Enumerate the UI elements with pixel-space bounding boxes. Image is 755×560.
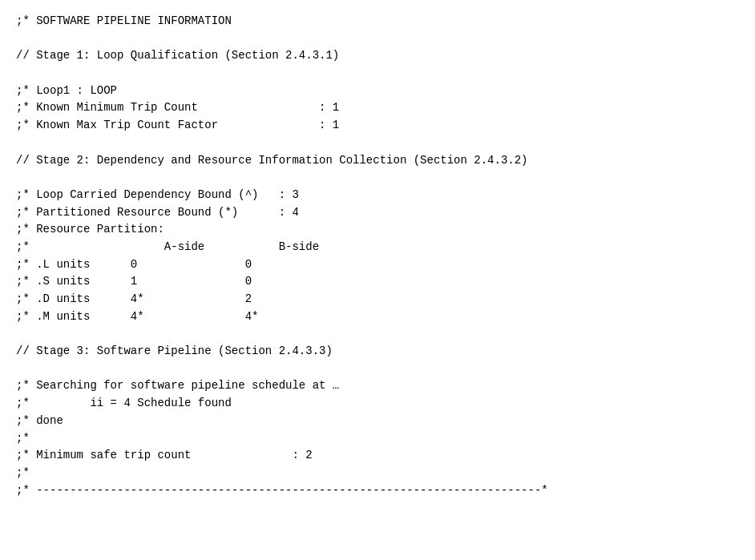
code-line: // Stage 1: Loop Qualification (Section … [16,47,739,65]
code-line: // Stage 3: Software Pipeline (Section 2… [16,343,739,361]
code-line: ;* .M units 4* 4* [16,308,739,326]
code-line: ;* Known Minimum Trip Count : 1 [16,99,739,117]
code-line: // Stage 2: Dependency and Resource Info… [16,152,739,170]
code-line: ;* Minimum safe trip count : 2 [16,447,739,465]
code-line: ;* Loop Carried Dependency Bound (^) : 3 [16,187,739,204]
code-line [16,361,739,378]
code-line: ;* done [16,413,739,430]
code-line: ;* SOFTWARE PIPELINE INFORMATION [16,13,739,30]
code-line: ;* Searching for software pipeline sched… [16,377,739,395]
code-line [16,65,739,83]
code-line: ;* [16,465,739,482]
code-line: ;* Partitioned Resource Bound (*) : 4 [16,204,739,222]
code-line: ;* Loop1 : LOOP [16,83,739,100]
code-line [16,325,739,343]
code-line: ;* Resource Partition: [16,221,739,239]
code-line: ;* [16,430,739,448]
code-line: ;* A-side B-side [16,239,739,256]
code-line [16,169,739,187]
code-line: ;* .D units 4* 2 [16,291,739,308]
code-line [16,30,739,48]
code-line: ;* -------------------------------------… [16,482,739,500]
software-pipeline-info: ;* SOFTWARE PIPELINE INFORMATION // Stag… [16,13,739,499]
code-line [16,135,739,152]
code-line: ;* Known Max Trip Count Factor : 1 [16,117,739,135]
code-line: ;* .L units 0 0 [16,256,739,274]
code-line: ;* .S units 1 0 [16,273,739,291]
code-line: ;* ii = 4 Schedule found [16,395,739,413]
